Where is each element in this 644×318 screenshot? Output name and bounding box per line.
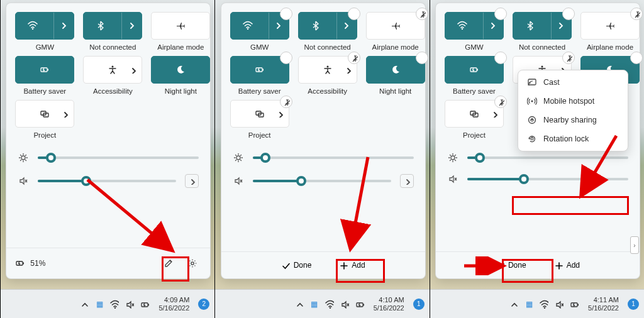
tray-wifi-icon[interactable] <box>539 299 549 309</box>
accessibility-tile[interactable] <box>83 56 142 84</box>
brightness-slider[interactable] <box>253 156 414 159</box>
taskbar-clock[interactable]: 4:09 AM 5/16/2022 <box>158 296 189 311</box>
tray-chevron-up-icon[interactable] <box>509 299 519 309</box>
notification-count-badge[interactable]: 2 <box>198 299 209 310</box>
battery-saver-tile[interactable] <box>15 56 74 84</box>
tray-wifi-icon[interactable] <box>109 299 119 309</box>
project-tile[interactable] <box>445 100 504 128</box>
menu-item-cast[interactable]: Cast <box>521 73 625 92</box>
quick-settings-panel-edit: GMW Not connected Airplane mode <box>221 3 426 279</box>
edit-pencil-button[interactable] <box>160 255 177 272</box>
unpin-button[interactable] <box>280 8 292 20</box>
system-tray[interactable]: ▦ 4:11 AM 5/16/2022 1 <box>509 296 639 311</box>
notification-count-badge[interactable]: 1 <box>628 299 639 310</box>
tray-volume-icon[interactable] <box>125 299 135 309</box>
unpin-button[interactable] <box>630 52 643 64</box>
wifi-tile[interactable] <box>230 12 289 40</box>
night-light-tile[interactable] <box>366 56 425 84</box>
chevron-right-icon <box>61 110 69 118</box>
audio-output-button[interactable] <box>185 174 199 188</box>
settings-gear-button[interactable] <box>184 255 201 272</box>
tray-battery-icon[interactable] <box>140 299 150 309</box>
taskbar-clock[interactable]: 4:11 AM 5/16/2022 <box>588 296 619 311</box>
tray-wifi-icon[interactable] <box>325 299 335 309</box>
unpin-button[interactable] <box>348 8 360 20</box>
unpin-button[interactable] <box>348 52 360 64</box>
airplane-tile[interactable] <box>151 12 210 40</box>
volume-mute-icon <box>18 176 29 186</box>
clock-date: 5/16/2022 <box>588 304 619 312</box>
unpin-button[interactable] <box>562 52 575 64</box>
airplane-icon <box>175 21 186 31</box>
unpin-button[interactable] <box>280 96 292 108</box>
tiles-grid: GMW Not connected Airplane mode <box>6 3 210 143</box>
project-tile[interactable] <box>15 100 74 128</box>
add-button[interactable]: Add <box>548 258 586 272</box>
accessibility-tile[interactable] <box>298 56 357 84</box>
system-tray[interactable]: ▦ 4:09 AM 5/16/2022 2 <box>79 296 209 311</box>
clock-date: 5/16/2022 <box>158 304 189 312</box>
unpin-button[interactable] <box>416 52 428 64</box>
chevron-right-icon <box>129 66 136 74</box>
unpin-button[interactable] <box>494 8 507 20</box>
done-button[interactable]: Done <box>275 258 318 272</box>
airplane-tile[interactable] <box>580 12 640 40</box>
tray-app-icon[interactable]: ▦ <box>94 299 104 309</box>
volume-slider[interactable] <box>38 180 176 182</box>
bluetooth-icon <box>513 21 547 31</box>
tray-volume-icon[interactable] <box>554 299 564 309</box>
bluetooth-tile[interactable] <box>298 12 357 40</box>
wifi-tile[interactable] <box>445 12 504 40</box>
bluetooth-tile[interactable] <box>513 12 572 40</box>
unpin-button[interactable] <box>630 8 643 20</box>
unpin-button[interactable] <box>416 8 428 20</box>
unpin-button[interactable] <box>494 96 507 108</box>
wifi-tile[interactable] <box>15 12 74 40</box>
bluetooth-label: Not connected <box>304 43 351 51</box>
nearby-sharing-icon <box>527 115 537 125</box>
menu-item-nearby-sharing[interactable]: Nearby sharing <box>521 111 625 129</box>
unpin-button[interactable] <box>494 52 507 64</box>
night-light-icon <box>175 65 186 75</box>
notification-count-badge[interactable]: 1 <box>413 299 425 310</box>
audio-output-button[interactable] <box>400 174 414 188</box>
menu-item-rotation-lock[interactable]: Rotation lock <box>521 129 625 148</box>
clock-time: 4:11 AM <box>594 296 619 304</box>
battery-saver-tile[interactable] <box>230 56 289 84</box>
system-tray[interactable]: ▦ 4:10 AM 5/16/2022 1 <box>294 296 425 311</box>
bluetooth-tile[interactable] <box>83 12 142 40</box>
brightness-slider[interactable] <box>38 156 199 159</box>
tray-volume-icon[interactable] <box>340 299 350 309</box>
taskbar-clock[interactable]: 4:10 AM 5/16/2022 <box>374 296 404 311</box>
project-tile[interactable] <box>230 100 289 128</box>
unpin-button[interactable] <box>562 8 575 20</box>
wifi-expand-button[interactable] <box>53 13 74 39</box>
brightness-icon <box>18 153 29 163</box>
airplane-tile[interactable] <box>366 12 425 40</box>
tray-app-icon[interactable]: ▦ <box>524 299 534 309</box>
volume-slider[interactable] <box>253 180 391 182</box>
airplane-label: Airplane mode <box>157 43 204 51</box>
battery-saver-label: Battery saver <box>453 87 496 95</box>
night-light-tile[interactable] <box>151 56 210 84</box>
menu-item-mobile-hotspot[interactable]: Mobile hotspot <box>521 92 625 111</box>
battery-saver-tile[interactable] <box>445 56 504 84</box>
add-button[interactable]: Add <box>333 258 371 272</box>
bluetooth-expand-button[interactable] <box>121 13 142 39</box>
project-icon <box>469 109 479 119</box>
done-button[interactable]: Done <box>489 258 533 272</box>
project-icon <box>255 109 265 119</box>
accessibility-icon <box>108 65 118 75</box>
add-quick-setting-menu: Cast Mobile hotspot Nearby sharing Rotat… <box>518 70 628 151</box>
volume-slider[interactable] <box>467 178 628 180</box>
unpin-button[interactable] <box>280 52 292 64</box>
tray-app-icon[interactable]: ▦ <box>309 299 319 309</box>
chevron-right-icon[interactable]: › <box>630 236 639 254</box>
tray-chevron-up-icon[interactable] <box>294 299 304 309</box>
plus-icon <box>339 261 348 270</box>
tray-battery-icon[interactable] <box>355 299 365 309</box>
tray-chevron-up-icon[interactable] <box>79 299 89 309</box>
tray-battery-icon[interactable] <box>569 299 579 309</box>
night-light-icon <box>391 65 401 75</box>
brightness-slider[interactable] <box>467 156 628 159</box>
